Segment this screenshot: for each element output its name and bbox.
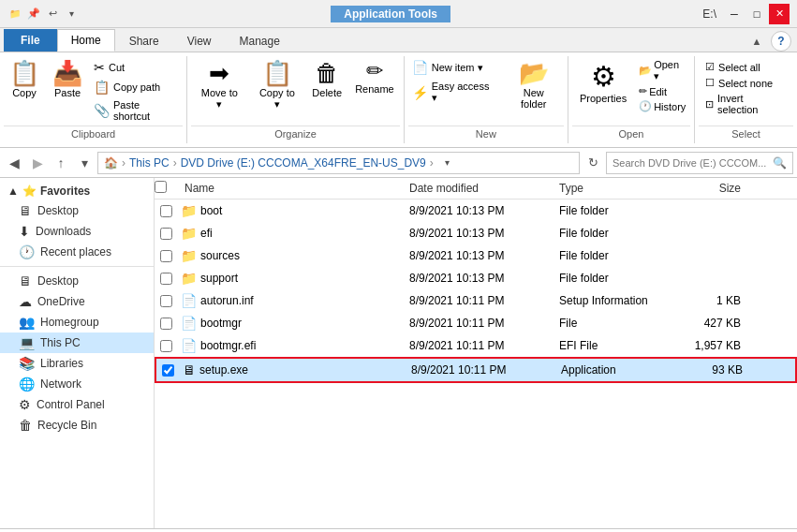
path-this-pc[interactable]: This PC: [129, 156, 170, 170]
select-all-checkbox[interactable]: [155, 181, 167, 193]
sidebar-recycle-bin-label: Recycle Bin: [37, 419, 96, 432]
file-size: 427 KB: [673, 317, 748, 330]
recent-icon: 🕐: [19, 244, 35, 259]
up-button[interactable]: ↑: [51, 153, 71, 173]
sidebar-item-network[interactable]: 🌐 Network: [0, 374, 154, 394]
search-box[interactable]: 🔍: [606, 152, 793, 174]
header-name[interactable]: Name: [177, 182, 402, 195]
select-all-button[interactable]: ☑ Select all: [702, 60, 790, 74]
properties-label: Properties: [580, 93, 627, 104]
table-row[interactable]: 📄 autorun.inf 8/9/2021 10:11 PM Setup In…: [155, 289, 797, 312]
sidebar-item-desktop[interactable]: 🖥 Desktop: [0, 200, 154, 221]
row-checkbox[interactable]: [160, 273, 172, 285]
organize-buttons: ➡ Move to ▾ 📋 Copy to ▾ 🗑 Delete ✏ Renam…: [191, 58, 399, 124]
path-dropdown-button[interactable]: ▾: [437, 153, 458, 173]
row-checkbox[interactable]: [160, 340, 172, 352]
tab-view[interactable]: View: [173, 30, 226, 52]
sidebar-item-control-panel[interactable]: ⚙ Control Panel: [0, 394, 154, 415]
dropdown-icon[interactable]: ▾: [64, 7, 79, 22]
maximize-button[interactable]: □: [746, 4, 767, 24]
network-icon: 🌐: [19, 377, 35, 392]
history-button[interactable]: 🕐 History: [636, 99, 690, 113]
sidebar-section-favorites: ▲ ⭐ Favorites 🖥 Desktop ⬇ Downloads 🕐 Re…: [0, 182, 154, 262]
row-checkbox[interactable]: [160, 295, 172, 307]
recycle-bin-icon: 🗑: [19, 418, 32, 433]
edit-button[interactable]: ✏ Edit: [636, 84, 690, 98]
paste-button[interactable]: 📥 Paste: [47, 58, 88, 101]
table-row[interactable]: 📁 boot 8/9/2021 10:13 PM File folder: [155, 200, 797, 222]
table-row[interactable]: 📁 support 8/9/2021 10:13 PM File folder: [155, 267, 797, 289]
sidebar-item-recycle-bin[interactable]: 🗑 Recycle Bin: [0, 415, 154, 436]
copy-button[interactable]: 📋 Copy: [4, 58, 45, 101]
invert-selection-button[interactable]: ⊡ Invert selection: [702, 92, 790, 116]
sidebar-header-favorites[interactable]: ▲ ⭐ Favorites: [0, 182, 154, 200]
header-type[interactable]: Type: [552, 182, 673, 195]
new-folder-button[interactable]: 📂 New folder: [503, 58, 564, 112]
path-dvd-drive[interactable]: DVD Drive (E:) CCCOMA_X64FRE_EN-US_DV9: [181, 156, 426, 170]
ribbon-content: 📋 Copy 📥 Paste ✂ Cut 📋 Copy path 📎 Past: [0, 52, 797, 148]
title-path: E:\: [702, 7, 716, 21]
window-icon: 📁: [7, 7, 22, 22]
row-checkbox[interactable]: [160, 250, 172, 262]
row-name-cell: 📄 bootmgr: [177, 316, 402, 331]
row-checkbox[interactable]: [160, 318, 172, 330]
copy-to-icon: 📋: [262, 61, 292, 85]
ribbon-expand-button[interactable]: ▲: [746, 31, 767, 52]
move-to-button[interactable]: ➡ Move to ▾: [191, 58, 247, 113]
select-none-button[interactable]: ☐ Select none: [702, 76, 790, 90]
select-all-label: Select all: [718, 62, 760, 73]
new-item-button[interactable]: 📄 New item ▾: [408, 58, 502, 77]
address-path[interactable]: 🏠 › This PC › DVD Drive (E:) CCCOMA_X64F…: [97, 152, 580, 174]
file-name: efi: [200, 227, 213, 240]
copy-to-button[interactable]: 📋 Copy to ▾: [249, 58, 304, 113]
sidebar-item-this-pc[interactable]: 💻 This PC: [0, 332, 154, 353]
file-date: 8/9/2021 10:11 PM: [402, 317, 552, 330]
edit-label: Edit: [649, 86, 667, 97]
header-size[interactable]: Size: [673, 182, 748, 195]
invert-selection-icon: ⊡: [705, 98, 714, 111]
row-check-cell: [155, 273, 177, 285]
recent-button[interactable]: ▾: [74, 153, 95, 173]
minimize-button[interactable]: ─: [724, 4, 745, 24]
cut-button[interactable]: ✂ Cut: [90, 58, 183, 77]
copy-path-button[interactable]: 📋 Copy path: [90, 78, 183, 96]
table-row[interactable]: 📄 bootmgr 8/9/2021 10:11 PM File 427 KB: [155, 312, 797, 334]
select-none-label: Select none: [718, 78, 773, 89]
delete-icon: 🗑: [315, 61, 339, 85]
forward-button[interactable]: ▶: [27, 153, 48, 173]
header-date-modified[interactable]: Date modified: [402, 182, 552, 195]
sidebar-item-downloads[interactable]: ⬇ Downloads: [0, 221, 154, 242]
open-button[interactable]: 📂 Open ▾: [636, 58, 690, 83]
sidebar-item-recent-places[interactable]: 🕐 Recent places: [0, 242, 154, 262]
table-row[interactable]: 📄 bootmgr.efi 8/9/2021 10:11 PM EFI File…: [155, 334, 797, 357]
sidebar-item-onedrive[interactable]: ☁ OneDrive: [0, 291, 154, 312]
rename-button[interactable]: ✏ Rename: [349, 58, 400, 97]
row-checkbox[interactable]: [162, 364, 174, 377]
tab-share[interactable]: Share: [115, 30, 173, 52]
tab-file[interactable]: File: [4, 29, 57, 52]
this-pc-icon: 💻: [19, 335, 35, 350]
table-row[interactable]: 📁 sources 8/9/2021 10:13 PM File folder: [155, 244, 797, 267]
table-row[interactable]: 🖥 setup.exe 8/9/2021 10:11 PM Applicatio…: [155, 357, 797, 383]
sidebar-item-libraries[interactable]: 📚 Libraries: [0, 353, 154, 374]
back-button[interactable]: ◀: [4, 153, 24, 173]
file-name: bootmgr: [200, 317, 242, 330]
row-checkbox[interactable]: [160, 205, 172, 217]
ribbon-group-new: 📄 New item ▾ ⚡ Easy access ▾ 📂 New folde…: [405, 56, 568, 143]
search-input[interactable]: [613, 157, 773, 169]
help-button[interactable]: ?: [771, 31, 791, 52]
delete-button[interactable]: 🗑 Delete: [306, 58, 347, 101]
close-button[interactable]: ✕: [769, 4, 790, 24]
file-type-icon: 📁: [181, 226, 197, 241]
refresh-button[interactable]: ↻: [583, 153, 603, 173]
sidebar-item-desktop-node[interactable]: 🖥 Desktop: [0, 271, 154, 291]
row-checkbox[interactable]: [160, 228, 172, 240]
easy-access-button[interactable]: ⚡ Easy access ▾: [408, 79, 502, 106]
row-check-cell: [155, 318, 177, 330]
properties-button[interactable]: ⚙ Properties: [572, 58, 634, 106]
paste-shortcut-button[interactable]: 📎 Paste shortcut: [90, 97, 183, 124]
table-row[interactable]: 📁 efi 8/9/2021 10:13 PM File folder: [155, 222, 797, 244]
sidebar-item-homegroup[interactable]: 👥 Homegroup: [0, 312, 154, 332]
tab-home[interactable]: Home: [57, 29, 115, 52]
tab-manage[interactable]: Manage: [226, 30, 294, 52]
